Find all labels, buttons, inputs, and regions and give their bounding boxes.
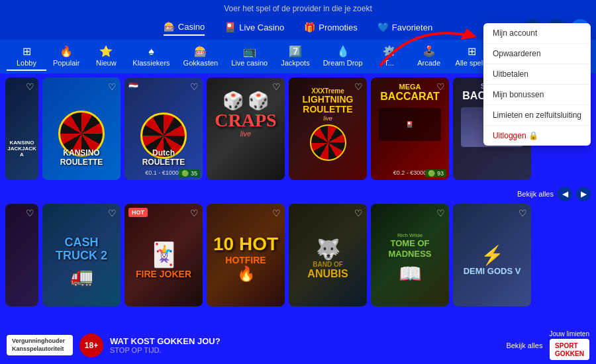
gokken-main: WAT KOST GOKKEN JOU?: [110, 336, 221, 346]
section2-header: Bekijk alles ◀ ▶: [0, 184, 596, 203]
subnav-t[interactable]: ⚙️ T...: [370, 42, 409, 71]
dropdown-mijn-bonussen[interactable]: Mijn bonussen: [483, 85, 591, 105]
mega-baccarat-players: 🟢 93: [425, 169, 446, 177]
kansino-roulette-title: KANSINOROULETTE: [42, 148, 121, 167]
bekijk-alles-bottom-label: Bekijk alles: [506, 341, 542, 349]
subnav-arcade[interactable]: 🕹️ Arcade: [409, 42, 449, 71]
sport-gokken: SPORT GOKKEN: [550, 339, 589, 360]
jouw-limieten: Jouw limieten: [549, 330, 589, 338]
game-card-demi-gods[interactable]: ♡ ⚡ DEMI GODS V: [453, 204, 531, 306]
game-card-dutch-roulette[interactable]: ♡ 🇳🇱 DutchROULETTE €0.1 - €10000 🟢 35: [124, 77, 203, 180]
heart-icon-3[interactable]: ♡: [190, 81, 199, 92]
dropdown-mijn-account[interactable]: Mijn account: [483, 23, 591, 44]
nav-favorieten-label: Favorieten: [392, 23, 432, 32]
game-card-craps[interactable]: ♡ 🎲 🎲 CRAPS live: [207, 77, 285, 180]
subnav-populair-label: Populair: [53, 59, 79, 67]
subnav-gokkasten[interactable]: 🎰 Gokkasten: [177, 42, 225, 71]
bekijk-alles-bottom[interactable]: Bekijk alles: [506, 341, 542, 349]
nav-promoties-label: Promoties: [319, 23, 358, 32]
subnav-lobby-label: Lobby: [17, 59, 36, 67]
subnav-populair[interactable]: 🔥 Populair: [46, 42, 86, 71]
game-card-lightning[interactable]: ♡ XXXTreme LIGHTNINGROULETTE live: [289, 77, 367, 180]
nav-live-casino-label: Live Casino: [239, 23, 284, 32]
favorieten-icon: 💙: [377, 22, 389, 32]
sport-gokken-label: GOKKEN: [555, 350, 584, 357]
games-row-2: ♡ ♡ CASHTRUCK 2 🚛 ♡ HOT 🃏 FIRE JOKER ♡ 1…: [5, 204, 591, 306]
t-icon: ⚙️: [383, 45, 396, 58]
dutch-roulette-players: 🟢 35: [179, 169, 200, 177]
hot-badge: HOT: [128, 208, 148, 217]
populair-icon: 🔥: [60, 45, 73, 58]
klassiekers-icon: ♠: [148, 46, 154, 58]
game-card-fire-joker[interactable]: ♡ HOT 🃏 FIRE JOKER: [124, 204, 203, 306]
gokken-info: WAT KOST GOKKEN JOU? STOP OP TIJD.: [110, 336, 221, 354]
nieuw-icon: ⭐: [99, 45, 113, 58]
lobby-icon: ⊞: [23, 45, 31, 58]
subnav-lobby[interactable]: ⊞ Lobby: [7, 42, 46, 71]
promoties-icon: 🎁: [304, 22, 315, 32]
heart-icon-9[interactable]: ♡: [108, 208, 117, 218]
game-card-tome[interactable]: ♡ Rich Wilde TOME OFMADNESS 📖: [371, 204, 449, 306]
casino-icon: 🎰: [164, 21, 175, 32]
vergunning-line1: Vergunninghouder: [12, 338, 68, 345]
heart-icon[interactable]: ♡: [26, 81, 34, 92]
subnav-klassiekers-label: Klassiekers: [132, 59, 170, 67]
game-card-anubis[interactable]: ♡ 🐺 BAND OF ANUBIS: [289, 204, 367, 306]
subnav-nieuw-label: Nieuw: [96, 59, 117, 67]
craps-title: CRAPS: [215, 111, 276, 130]
age-label: 18+: [85, 341, 98, 350]
dropdown-uitbetalen[interactable]: Uitbetalen: [483, 64, 591, 85]
nav-casino[interactable]: 🎰 Casino: [164, 21, 205, 36]
dropdown-opwaarderen[interactable]: Opwaarderen: [483, 44, 591, 64]
nav-promoties[interactable]: 🎁 Promoties: [304, 22, 358, 35]
subnav-dreamdrop-label: Dream Drop: [323, 59, 363, 67]
subnav-jackpots[interactable]: 7️⃣ Jackpots: [274, 42, 316, 71]
subnav-klassiekers[interactable]: ♠ Klassiekers: [126, 43, 176, 71]
game-card-cash-truck[interactable]: ♡ CASHTRUCK 2 🚛: [42, 204, 121, 306]
vergunning-box: Vergunninghouder Kansspelautoriteit: [7, 335, 73, 355]
subnav-gokkasten-label: Gokkasten: [183, 59, 219, 67]
heart-icon-6[interactable]: ♡: [436, 81, 445, 92]
nav-favorieten[interactable]: 💙 Favorieten: [377, 22, 432, 35]
game-card-partial-left2[interactable]: ♡: [5, 204, 38, 306]
vergunning-line2: Kansspelautoriteit: [12, 345, 68, 353]
footer-bar: Vergunninghouder Kansspelautoriteit 18+ …: [0, 326, 596, 364]
age-badge: 18+: [79, 334, 103, 357]
search-placeholder: Voer het spel of de provider in die je z…: [224, 4, 372, 13]
arcade-icon: 🕹️: [422, 45, 436, 58]
dropdown-menu: Mijn account Opwaarderen Uitbetalen Mijn…: [483, 23, 591, 146]
heart-icon-12[interactable]: ♡: [354, 208, 363, 218]
heart-icon-14[interactable]: ♡: [519, 208, 527, 218]
dropdown-uitloggen[interactable]: Uitloggen 🔒: [483, 126, 591, 146]
heart-icon-11[interactable]: ♡: [272, 208, 281, 218]
live-casino-icon: 🎴: [224, 22, 236, 32]
dutch-flag: 🇳🇱: [128, 81, 138, 91]
game-card-10hot[interactable]: ♡ 10 HOT HOTFIRE 🔥: [207, 204, 285, 306]
games-section-row2: ♡ ♡ CASHTRUCK 2 🚛 ♡ HOT 🃏 FIRE JOKER ♡ 1…: [0, 203, 596, 310]
subnav-nieuw[interactable]: ⭐ Nieuw: [86, 42, 126, 71]
subnav-jackpots-label: Jackpots: [281, 59, 309, 67]
allespel-icon: ⊞: [468, 45, 476, 58]
nav-arrow-left[interactable]: ◀: [558, 187, 572, 201]
subnav-arcade-label: Arcade: [417, 59, 440, 67]
bekijk-alles-text: Bekijk alles: [517, 190, 554, 198]
gokken-sub: STOP OP TIJD.: [110, 346, 221, 354]
heart-icon-2[interactable]: ♡: [108, 81, 117, 92]
subnav-dreamdrop[interactable]: 💧 Dream Drop: [317, 42, 370, 71]
dutch-roulette-title: DutchROULETTE: [124, 148, 203, 167]
dropdown-limieten[interactable]: Limieten en zelfuitsluiting: [483, 105, 591, 126]
nav-arrow-right[interactable]: ▶: [576, 187, 591, 201]
game-card-partial-left[interactable]: ♡ KANSINO JACKJACK A: [5, 77, 38, 180]
heart-icon-10[interactable]: ♡: [190, 208, 199, 218]
heart-icon-8[interactable]: ♡: [26, 208, 34, 218]
subnav-live-casino[interactable]: 📺 Live casino: [224, 42, 274, 71]
heart-icon-4[interactable]: ♡: [272, 81, 281, 92]
game-card-mega-baccarat[interactable]: ♡ MEGA BACCARAT 🎴 €0.2 - €3000 🟢 93: [371, 77, 449, 180]
heart-icon-13[interactable]: ♡: [436, 208, 445, 218]
nav-live-casino[interactable]: 🎴 Live Casino: [224, 22, 284, 35]
game-card-kansino-roulette[interactable]: ♡ KANSINOROULETTE: [42, 77, 121, 180]
bekijk-alles-label[interactable]: Bekijk alles ◀ ▶: [517, 187, 591, 201]
jackpots-icon: 7️⃣: [289, 45, 302, 58]
heart-icon-5[interactable]: ♡: [354, 81, 363, 92]
search-bar: Voer het spel of de provider in die je z…: [0, 0, 596, 17]
